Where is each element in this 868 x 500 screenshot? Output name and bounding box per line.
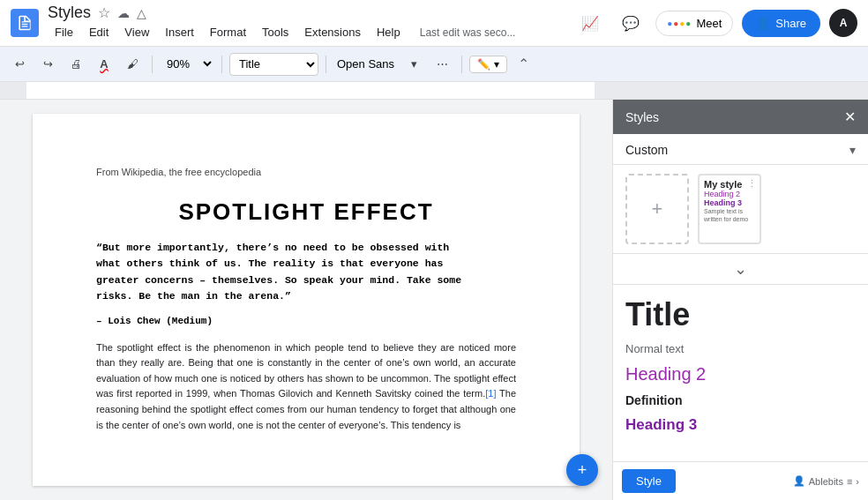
doc-title-area: Styles ☆ ☁ △ File Edit View Insert Forma…: [48, 4, 522, 42]
menu-tools[interactable]: Tools: [255, 22, 296, 42]
font-dropdown-btn[interactable]: ▾: [401, 52, 426, 77]
custom-chevron-icon[interactable]: ▾: [849, 143, 856, 157]
add-icon: +: [652, 198, 663, 220]
pen-button[interactable]: ✏️ ▾: [469, 56, 507, 73]
style-cards-row: + ⋮ My style Heading 2 Heading 3 Sample …: [613, 165, 868, 254]
body-paragraph: The spotlight effect is the phenomenon i…: [96, 340, 516, 434]
paragraph-style-select[interactable]: Title Normal text Heading 1 Heading 2 He…: [229, 53, 318, 76]
separator-2: [221, 56, 222, 73]
drive-icon[interactable]: △: [137, 6, 146, 20]
spellcheck-button[interactable]: A: [92, 52, 116, 77]
panel-title: Styles: [625, 110, 659, 124]
styles-panel: Styles ✕ Custom ▾ + ⋮ My style Heading 2…: [612, 100, 868, 500]
panel-custom-row: Custom ▾: [613, 134, 868, 165]
menu-bar: File Edit View Insert Format Tools Exten…: [48, 22, 522, 42]
share-person-icon: 👤: [756, 17, 770, 30]
my-style-card[interactable]: ⋮ My style Heading 2 Heading 3 Sample te…: [698, 174, 761, 244]
collapse-toolbar-btn[interactable]: ⌃: [511, 52, 535, 77]
svg-rect-1: [22, 26, 28, 26]
main-area: From Wikipedia, the free encyclopedia SP…: [0, 100, 868, 500]
ruler: [0, 82, 868, 100]
comment-icon-btn[interactable]: 💬: [615, 7, 647, 39]
menu-format[interactable]: Format: [203, 22, 253, 42]
style-apply-button[interactable]: Style: [622, 469, 676, 493]
style-h3-item[interactable]: Heading 3: [625, 416, 856, 434]
panel-collapse-row: ⌄: [613, 254, 868, 285]
my-style-h3-label: Heading 3: [704, 198, 755, 207]
share-button[interactable]: 👤 Share: [742, 10, 820, 37]
star-icon[interactable]: ☆: [98, 4, 110, 21]
more-options-btn[interactable]: ⋯: [430, 52, 454, 77]
panel-header: Styles ✕: [613, 100, 868, 134]
styles-list: Title Normal text Heading 2 Definition H…: [613, 285, 868, 461]
meet-label: Meet: [696, 17, 722, 30]
last-edit: Last edit was seco...: [413, 23, 523, 42]
separator-1: [152, 56, 153, 73]
ablebits-icon: 👤: [793, 475, 805, 487]
quote-text: “But more importantly, there’s no need t…: [96, 240, 516, 305]
style-normal-item[interactable]: Normal text: [625, 342, 856, 355]
separator-4: [461, 56, 462, 73]
app-icon[interactable]: [11, 9, 39, 37]
from-wiki-text: From Wikipedia, the free encyclopedia: [96, 167, 516, 177]
top-bar: Styles ☆ ☁ △ File Edit View Insert Forma…: [0, 0, 868, 47]
share-label: Share: [775, 17, 806, 30]
pen-icon: ✏️: [477, 58, 490, 71]
chevron-right-icon[interactable]: ›: [856, 476, 859, 487]
menu-view[interactable]: View: [117, 22, 156, 42]
my-style-h2-label: Heading 2: [704, 190, 755, 198]
style-definition-item[interactable]: Definition: [625, 393, 856, 407]
quote-author: – Lois Chew (Medium): [96, 316, 516, 326]
avatar[interactable]: A: [829, 9, 857, 37]
menu-file[interactable]: File: [48, 22, 80, 42]
menu-extensions[interactable]: Extensions: [297, 22, 368, 42]
document-main-title: SPOTLIGHT EFFECT: [96, 198, 516, 226]
print-button[interactable]: 🖨: [64, 52, 88, 77]
document-page: From Wikipedia, the free encyclopedia SP…: [33, 114, 580, 486]
menu-help[interactable]: Help: [370, 22, 408, 42]
panel-collapse-icon[interactable]: ⌄: [734, 259, 747, 279]
style-title-item[interactable]: Title: [625, 295, 856, 333]
pen-dropdown-icon: ▾: [494, 58, 499, 71]
style-h2-item[interactable]: Heading 2: [625, 364, 856, 384]
svg-rect-0: [22, 24, 28, 25]
paint-format-button[interactable]: 🖌: [120, 52, 145, 77]
top-right-actions: 📈 💬 ●●●● Meet 👤 Share A: [574, 7, 857, 39]
doc-title: Styles: [48, 4, 91, 22]
toolbar: ↩ ↪ 🖨 A 🖌 90% 100% 75% Title Normal text…: [0, 47, 868, 82]
separator-3: [326, 56, 326, 73]
panel-bottom-bar: Style 👤 Ablebits ≡ ›: [613, 461, 868, 500]
zoom-select[interactable]: 90% 100% 75%: [160, 55, 214, 73]
ablebits-section[interactable]: 👤 Ablebits ≡ ›: [793, 475, 859, 487]
undo-button[interactable]: ↩: [7, 52, 32, 77]
custom-label: Custom: [625, 143, 668, 157]
menu-edit[interactable]: Edit: [82, 22, 116, 42]
ablebits-label: Ablebits: [809, 476, 843, 487]
cloud-add-icon[interactable]: ☁: [117, 6, 130, 20]
my-style-menu-icon[interactable]: ⋮: [747, 178, 757, 190]
menu-insert[interactable]: Insert: [158, 22, 201, 42]
meet-button[interactable]: ●●●● Meet: [655, 11, 733, 36]
redo-button[interactable]: ↪: [35, 52, 60, 77]
add-style-card[interactable]: +: [625, 174, 689, 244]
svg-rect-2: [22, 21, 25, 22]
floating-action-btn[interactable]: +: [566, 454, 598, 486]
font-family-label[interactable]: Open Sans: [333, 56, 398, 72]
hamburger-icon[interactable]: ≡: [847, 476, 852, 487]
footnote-link[interactable]: [1]: [485, 388, 496, 399]
panel-close-btn[interactable]: ✕: [844, 108, 856, 125]
document-area[interactable]: From Wikipedia, the free encyclopedia SP…: [0, 100, 612, 500]
my-style-sample-text: Sample text is written for demo: [704, 207, 755, 223]
trending-icon-btn[interactable]: 📈: [574, 7, 606, 39]
